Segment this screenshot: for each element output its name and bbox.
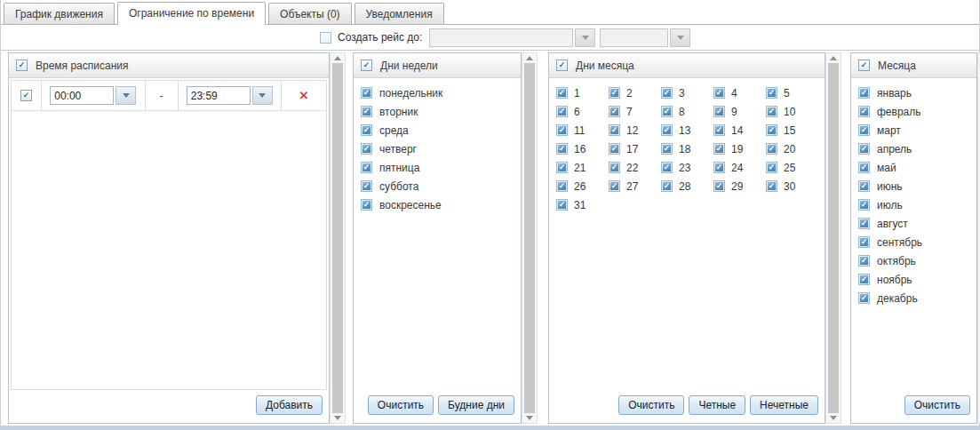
schedule-scrollbar[interactable] — [330, 52, 346, 424]
list-item[interactable]: ✓четверг — [361, 139, 521, 158]
list-item[interactable]: ✓29 — [713, 177, 766, 195]
checkbox-checked-icon[interactable]: ✓ — [661, 162, 673, 173]
list-item[interactable]: ✓февраль — [858, 102, 976, 121]
checkbox-checked-icon[interactable]: ✓ — [609, 180, 620, 192]
checkbox-checked-icon[interactable]: ✓ — [361, 199, 372, 211]
list-item[interactable]: ✓6 — [556, 102, 609, 121]
list-item[interactable]: ✓21 — [556, 158, 609, 177]
schedule-time-checkbox[interactable]: ✓ — [16, 60, 28, 71]
checkbox-checked-icon[interactable]: ✓ — [609, 143, 620, 155]
checkbox-checked-icon[interactable]: ✓ — [661, 180, 673, 192]
checkbox-checked-icon[interactable]: ✓ — [556, 106, 568, 117]
checkbox-checked-icon[interactable]: ✓ — [556, 180, 568, 192]
list-item[interactable]: ✓8 — [661, 102, 713, 121]
scrollbar-thumb[interactable] — [332, 63, 343, 413]
tab-time-restriction[interactable]: Ограничение по времени — [117, 2, 266, 25]
checkbox-checked-icon[interactable]: ✓ — [661, 143, 673, 155]
checkbox-checked-icon[interactable]: ✓ — [556, 143, 568, 155]
checkbox-checked-icon[interactable]: ✓ — [713, 143, 725, 155]
list-item[interactable]: ✓14 — [713, 121, 766, 139]
checkbox-checked-icon[interactable]: ✓ — [556, 124, 568, 136]
scrollbar-thumb[interactable] — [828, 63, 839, 413]
list-item[interactable]: ✓январь — [858, 84, 976, 102]
list-item[interactable]: ✓воскресенье — [361, 195, 521, 214]
list-item[interactable]: ✓19 — [713, 139, 766, 158]
list-item[interactable]: ✓октябрь — [858, 251, 976, 270]
checkbox-checked-icon[interactable]: ✓ — [858, 199, 870, 211]
checkbox-checked-icon[interactable]: ✓ — [713, 106, 725, 117]
list-item[interactable]: ✓июнь — [858, 177, 976, 195]
list-item[interactable]: ✓5 — [766, 84, 818, 102]
start-time-dropdown-button[interactable] — [116, 86, 136, 105]
checkbox-checked-icon[interactable]: ✓ — [858, 180, 870, 192]
list-item[interactable]: ✓март — [858, 121, 976, 139]
checkbox-checked-icon[interactable]: ✓ — [766, 87, 777, 99]
list-item[interactable]: ✓22 — [609, 158, 661, 177]
list-item[interactable]: ✓сентябрь — [858, 233, 976, 251]
list-item[interactable]: ✓апрель — [858, 139, 976, 158]
end-time-combo[interactable]: 23:59 — [187, 86, 273, 105]
clear-button[interactable]: Очистить — [618, 395, 684, 415]
tab-objects[interactable]: Объекты (0) — [268, 3, 352, 24]
checkbox-checked-icon[interactable]: ✓ — [713, 87, 725, 99]
start-time-value[interactable]: 00:00 — [50, 86, 114, 105]
checkbox-checked-icon[interactable]: ✓ — [361, 143, 372, 155]
list-item[interactable]: ✓пятница — [361, 158, 521, 177]
workdays-button[interactable]: Будние дни — [438, 395, 514, 415]
checkbox-checked-icon[interactable]: ✓ — [361, 162, 372, 173]
list-item[interactable]: ✓декабрь — [858, 289, 976, 307]
list-item[interactable]: ✓24 — [713, 158, 766, 177]
list-item[interactable]: ✓31 — [556, 195, 609, 214]
checkbox-checked-icon[interactable]: ✓ — [713, 162, 725, 173]
create-trip-checkbox[interactable] — [320, 32, 331, 44]
checkbox-checked-icon[interactable]: ✓ — [609, 124, 620, 136]
scroll-up-icon[interactable] — [830, 56, 837, 60]
checkbox-checked-icon[interactable]: ✓ — [361, 87, 372, 99]
checkbox-checked-icon[interactable]: ✓ — [766, 124, 777, 136]
clear-button[interactable]: Очистить — [904, 395, 970, 415]
clear-button[interactable]: Очистить — [368, 395, 434, 415]
checkbox-checked-icon[interactable]: ✓ — [713, 124, 725, 136]
checkbox-checked-icon[interactable]: ✓ — [858, 124, 870, 136]
scroll-up-icon[interactable] — [526, 56, 533, 60]
schedule-row-checkbox[interactable]: ✓ — [20, 90, 32, 101]
add-button[interactable]: Добавить — [256, 395, 323, 415]
monthdays-checkbox[interactable]: ✓ — [556, 60, 568, 71]
months-checkbox[interactable]: ✓ — [858, 60, 870, 71]
list-item[interactable]: ✓17 — [609, 139, 661, 158]
list-item[interactable]: ✓понедельник — [361, 84, 521, 102]
checkbox-checked-icon[interactable]: ✓ — [609, 162, 620, 173]
end-time-value[interactable]: 23:59 — [187, 86, 251, 105]
odd-button[interactable]: Нечетные — [750, 395, 818, 415]
list-item[interactable]: ✓30 — [766, 177, 818, 195]
list-item[interactable]: ✓2 — [609, 84, 661, 102]
checkbox-checked-icon[interactable]: ✓ — [556, 199, 568, 211]
end-time-dropdown-button[interactable] — [252, 86, 273, 105]
start-time-combo[interactable]: 00:00 — [50, 86, 136, 105]
checkbox-checked-icon[interactable]: ✓ — [766, 180, 777, 192]
checkbox-checked-icon[interactable]: ✓ — [858, 292, 870, 304]
list-item[interactable]: ✓ноябрь — [858, 270, 976, 289]
scrollbar-thumb[interactable] — [524, 63, 535, 413]
list-item[interactable]: ✓20 — [766, 139, 818, 158]
list-item[interactable]: ✓16 — [556, 139, 609, 158]
checkbox-checked-icon[interactable]: ✓ — [609, 106, 620, 117]
checkbox-checked-icon[interactable]: ✓ — [858, 162, 870, 173]
checkbox-checked-icon[interactable]: ✓ — [661, 87, 673, 99]
checkbox-checked-icon[interactable]: ✓ — [361, 124, 372, 136]
checkbox-checked-icon[interactable]: ✓ — [858, 255, 870, 267]
weekdays-scrollbar[interactable] — [522, 52, 538, 424]
scroll-down-icon[interactable] — [334, 416, 341, 420]
list-item[interactable]: ✓25 — [766, 158, 818, 177]
list-item[interactable]: ✓май — [858, 158, 976, 177]
list-item[interactable]: ✓12 — [609, 121, 661, 139]
scroll-up-icon[interactable] — [334, 56, 341, 60]
list-item[interactable]: ✓среда — [361, 121, 521, 139]
list-item[interactable]: ✓август — [858, 214, 976, 233]
checkbox-checked-icon[interactable]: ✓ — [858, 143, 870, 155]
list-item[interactable]: ✓суббота — [361, 177, 521, 195]
list-item[interactable]: ✓7 — [609, 102, 661, 121]
checkbox-checked-icon[interactable]: ✓ — [361, 180, 372, 192]
checkbox-checked-icon[interactable]: ✓ — [661, 124, 673, 136]
checkbox-checked-icon[interactable]: ✓ — [766, 143, 777, 155]
